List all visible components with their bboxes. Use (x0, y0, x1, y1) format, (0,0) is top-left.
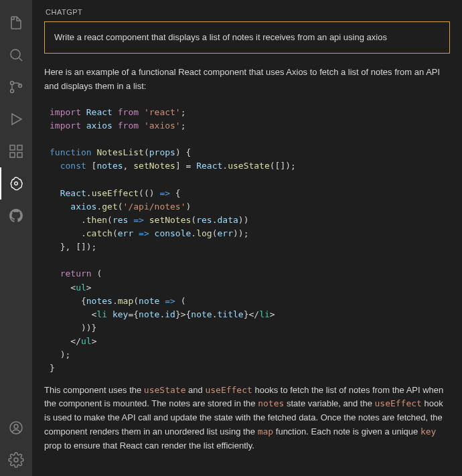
svg-point-2 (11, 90, 14, 93)
panel-title: CHATGPT (44, 7, 450, 21)
prompt-input[interactable]: Write a react component that displays a … (44, 21, 450, 54)
svg-rect-4 (10, 145, 15, 150)
inline-code-map: map (258, 426, 273, 437)
svg-point-11 (14, 458, 18, 462)
svg-point-0 (11, 50, 20, 59)
inline-code-key: key (420, 426, 436, 437)
code-block: import React from 'react'; import axios … (44, 103, 450, 384)
inline-code-useeffect2: useEffect (374, 398, 421, 408)
activity-bar (0, 0, 32, 476)
inline-code-usestate: useState (144, 385, 186, 395)
svg-point-10 (14, 424, 18, 428)
response-intro: Here is an example of a functional React… (44, 66, 450, 94)
run-debug-icon[interactable] (0, 103, 32, 135)
svg-rect-7 (17, 145, 22, 150)
extensions-icon[interactable] (0, 135, 32, 167)
svg-rect-6 (17, 153, 22, 157)
svg-point-1 (11, 82, 14, 85)
svg-rect-5 (10, 153, 15, 157)
chatgpt-icon[interactable] (0, 167, 32, 200)
source-control-icon[interactable] (0, 71, 32, 103)
search-icon[interactable] (0, 39, 32, 71)
github-icon[interactable] (0, 200, 32, 232)
inline-code-useeffect: useEffect (205, 385, 252, 395)
response-explanation: This component uses the useState and use… (44, 384, 450, 453)
inline-code-notes: notes (258, 398, 284, 408)
settings-gear-icon[interactable] (0, 444, 32, 476)
explorer-icon[interactable] (0, 7, 32, 39)
accounts-icon[interactable] (0, 412, 32, 444)
main-panel: CHATGPT Write a react component that dis… (32, 0, 462, 476)
svg-point-8 (15, 182, 18, 185)
